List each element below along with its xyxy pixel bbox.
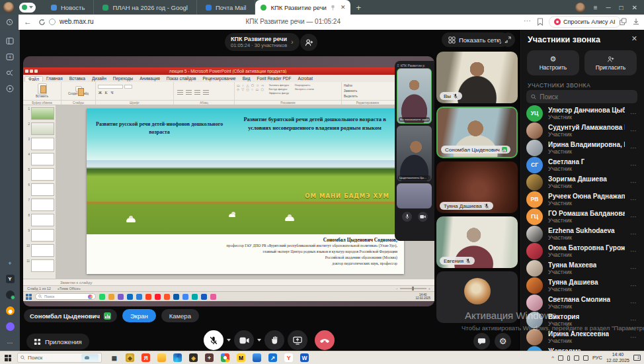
browser-avatar[interactable] — [575, 3, 585, 13]
history-icon[interactable] — [0, 15, 19, 30]
presenter-name-chip[interactable]: Сономбал Цыденович — [24, 309, 117, 322]
app-icon[interactable] — [164, 294, 170, 300]
volume-tray-icon[interactable] — [583, 355, 588, 361]
panels-icon[interactable] — [6, 36, 15, 45]
shape-option-button[interactable]: Эффекты фигур — [268, 91, 289, 95]
taskbar-search[interactable]: Поиск — [17, 353, 102, 363]
app-icon[interactable] — [108, 294, 114, 300]
slide-thumbnail[interactable]: 3 — [23, 137, 56, 152]
ppt-ribbon-tab[interactable]: Рецензирование — [200, 76, 239, 81]
camera-tab-chip[interactable]: Камера — [161, 309, 199, 322]
app-icon[interactable]: W — [300, 353, 309, 362]
app-icon[interactable] — [157, 353, 166, 362]
participant-menu-icon[interactable]: ⋯ — [630, 144, 637, 152]
slide-thumbnail[interactable]: 7 — [23, 198, 56, 213]
participant-menu-icon[interactable]: ⋯ — [630, 213, 637, 220]
app-icon[interactable] — [182, 294, 188, 300]
participant-menu-icon[interactable]: ⋯ — [630, 179, 637, 186]
slide-thumbnail[interactable]: 5 — [23, 167, 56, 183]
video-tile-you[interactable]: Вы — [436, 52, 518, 103]
tray-expand-icon[interactable]: ^ — [551, 355, 554, 361]
app-icon[interactable] — [136, 294, 142, 300]
app-icon[interactable] — [173, 353, 182, 362]
add-panel-icon[interactable]: + — [6, 259, 15, 267]
share-device-icon[interactable] — [6, 68, 15, 77]
mic-icon[interactable] — [402, 212, 412, 222]
participant-menu-icon[interactable]: ⋯ — [630, 230, 637, 238]
new-tab-button[interactable]: + — [356, 3, 361, 13]
tab-plan-2026[interactable]: ПЛАН на 2026 год - Googl — [94, 0, 197, 15]
call-info-pill[interactable]: КПК Развитие речи 01:05:24 · 30 участник… — [225, 33, 300, 51]
configure-button[interactable]: ⚙ Настроить — [527, 50, 579, 75]
taskbar-clock[interactable]: 14:4012.02.2025 — [606, 352, 629, 364]
close-tab-icon[interactable]: ✕ — [341, 4, 346, 11]
ppt-ribbon-tab[interactable]: Acrobat — [295, 76, 316, 81]
shared-search-box[interactable]: Поиск — [35, 293, 96, 300]
shared-screen-tile[interactable]: лекция 5 - Microsoft PowerPoint (Сбой ак… — [23, 56, 434, 306]
bookmark-icon[interactable] — [537, 18, 543, 26]
app-icon[interactable]: ▦ — [110, 353, 118, 362]
edit-button[interactable]: Заменить — [344, 89, 391, 94]
app-icon[interactable] — [99, 294, 105, 300]
font-name-box[interactable] — [98, 85, 123, 89]
participant-menu-icon[interactable]: ⋯ — [630, 248, 637, 255]
apps-button[interactable]: Приложения — [26, 334, 89, 349]
participant-row[interactable]: Туяна Махеева Участник ⋯ — [520, 259, 644, 277]
more-icon[interactable]: ⋯ — [524, 17, 531, 25]
participant-menu-icon[interactable]: ⋯ — [630, 316, 637, 324]
participants-search[interactable] — [526, 90, 637, 103]
font-style-button[interactable]: Ч — [110, 91, 114, 95]
mail-icon[interactable] — [6, 306, 15, 315]
mini-call-header[interactable]: ⠿ КПК Развитие р — [397, 62, 433, 68]
ppt-ribbon-tab[interactable]: Переходы — [110, 76, 137, 81]
participant-menu-icon[interactable]: ⋯ — [630, 161, 637, 169]
video-tile-sonombal[interactable]: Сономбал Цыденович — [436, 107, 518, 158]
search-input[interactable] — [540, 93, 633, 101]
mini-call-self-tile[interactable]: Вы показываете экран — [397, 68, 432, 124]
video-tile-evgenia[interactable]: Евгения — [436, 216, 518, 268]
app-icon[interactable]: + — [205, 353, 214, 362]
participant-menu-icon[interactable]: ⋯ — [630, 196, 637, 203]
slide-thumbnail[interactable]: 11 — [23, 259, 56, 274]
ppt-notes-field[interactable]: Заметки к слайду — [23, 279, 434, 285]
back-icon[interactable]: ← — [24, 17, 32, 27]
slide-thumbnail[interactable]: 9 — [23, 228, 56, 244]
downloads-badge-icon[interactable]: 4 — [6, 52, 15, 61]
edit-button[interactable]: Выделить — [344, 94, 391, 99]
app-icon[interactable] — [210, 294, 216, 300]
font-style-button[interactable]: К — [104, 91, 108, 95]
language-indicator[interactable]: РУС — [592, 355, 602, 361]
invite-button[interactable]: Пригласить — [584, 50, 637, 75]
mic-tray-icon[interactable] — [567, 355, 570, 361]
network-tray-icon[interactable] — [574, 355, 579, 361]
app-icon[interactable]: Я — [141, 353, 150, 362]
weather-widget-icon[interactable] — [81, 354, 99, 362]
camera-options-chevron[interactable] — [257, 339, 261, 341]
participant-row[interactable]: РВ Ручеек Оюна Раднажаповна Ст. во… Учас… — [520, 191, 644, 208]
end-call-button[interactable] — [315, 330, 335, 350]
zoom-control[interactable]: −+ — [396, 287, 430, 291]
app-icon[interactable]: M — [237, 353, 245, 362]
downloads-icon[interactable] — [632, 18, 640, 26]
video-tile-tuyana[interactable]: Туяна Дашиева — [436, 161, 518, 213]
participant-row[interactable]: Судунтуй Ламажапова М. Б Участник ⋯ — [520, 122, 644, 139]
app-icon[interactable] — [173, 294, 179, 300]
url-text[interactable]: web.max.ru — [60, 18, 94, 25]
font-size-box[interactable] — [124, 85, 132, 89]
start-icon[interactable] — [26, 294, 32, 300]
tab-novost[interactable]: Новость — [42, 0, 94, 15]
messenger-icon[interactable] — [6, 291, 15, 299]
participant-row[interactable]: Оюна Баторовна Гурожапова Участник ⋯ — [520, 242, 644, 259]
collapse-view-button[interactable] — [501, 32, 515, 47]
participant-menu-icon[interactable]: ⋯ — [630, 265, 637, 272]
slide-thumbnail[interactable]: 6 — [23, 183, 56, 198]
participant-row[interactable]: Зоригма Дашиева Участник ⋯ — [520, 173, 644, 191]
slide-thumbnail[interactable]: 1 — [23, 107, 56, 122]
close-panel-icon[interactable]: ✕ — [631, 34, 637, 43]
app-icon[interactable]: ◆ — [126, 353, 134, 362]
participant-menu-icon[interactable]: ⋯ — [630, 299, 637, 306]
app-icon[interactable] — [145, 294, 151, 300]
raise-hand-button[interactable] — [264, 330, 284, 350]
participant-row[interactable]: Erzhena Sukhodaeva Участник ⋯ — [520, 225, 644, 242]
mic-options-chevron[interactable] — [227, 339, 231, 341]
